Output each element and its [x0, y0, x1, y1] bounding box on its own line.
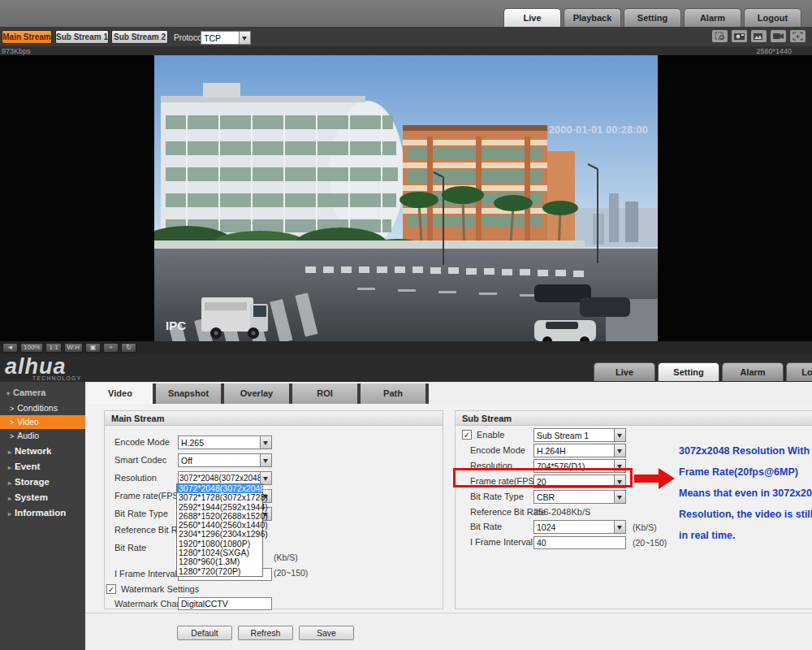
sub-bit-rate-unit: (Kb/S): [633, 522, 657, 532]
tab-path[interactable]: Path: [361, 384, 425, 404]
snapshot-icon[interactable]: [732, 30, 747, 42]
record-icon[interactable]: [771, 30, 786, 42]
chevron-down-icon: [260, 454, 271, 466]
sub-reference-bit-rate-value: 256-2048Kb/S: [533, 505, 590, 519]
bit-rate-type-label: Bit Rate Type: [114, 507, 168, 521]
refresh-button[interactable]: Refresh: [238, 626, 293, 640]
chevron-right-icon: >: [10, 418, 14, 427]
sidebar-information-label: Information: [15, 508, 66, 518]
bit-rate-label: Bit Rate: [114, 541, 146, 555]
logo-tagline: TECHNOLOGY: [32, 375, 82, 381]
nav-tab-setting[interactable]: Setting: [658, 362, 719, 381]
resolution-label: Resolution: [114, 471, 157, 485]
video-settings-panel: Main Stream Encode Mode H.265 Smart Code…: [85, 404, 812, 613]
sub-stream1-button[interactable]: Sub Stream 1: [55, 30, 109, 44]
camera-web-ui: Live Playback Setting Alarm Logout Main …: [0, 0, 812, 650]
default-button[interactable]: Default: [177, 626, 232, 640]
live-function-icons: [712, 30, 806, 42]
main-stream-group: Main Stream Encode Mode H.265 Smart Code…: [104, 410, 443, 609]
watermark-checkbox[interactable]: ✓: [106, 584, 116, 594]
chevron-collapsed-icon: ▸: [8, 464, 11, 471]
sidebar-system-label: System: [15, 492, 48, 502]
digital-zoom-icon[interactable]: [712, 30, 728, 42]
refresh-view-icon[interactable]: ↻: [121, 343, 136, 353]
easy-focus-icon[interactable]: [790, 30, 806, 42]
resolution-option[interactable]: 1280*720(720P): [177, 567, 262, 576]
sidebar-storage-label: Storage: [15, 477, 50, 487]
sub-stream-header: Sub Stream: [456, 411, 812, 426]
tab-overlay[interactable]: Overlay: [224, 384, 289, 404]
protocol-value: TCP: [201, 33, 239, 43]
protocol-select[interactable]: TCP: [201, 31, 251, 45]
sidebar-item-information[interactable]: ▸Information: [0, 505, 85, 520]
sidebar: ▾Camera >Conditions >Video >Audio ▸Netwo…: [0, 382, 85, 650]
tab-alarm[interactable]: Alarm: [684, 8, 741, 27]
frame-rate-label: Frame rate(FPS): [114, 489, 182, 503]
watermark-character-input[interactable]: [178, 597, 272, 610]
resolution-value: 3072*2048(3072x2048): [179, 474, 260, 483]
sub-i-frame-interval-input[interactable]: [533, 536, 626, 549]
zoom-100-button[interactable]: 100%: [20, 343, 43, 353]
resolution-dropdown-list: 3072*2048(3072x2048) 3072*1728(3072x1728…: [176, 483, 263, 577]
watermark-settings-label: Watermark Settings: [121, 583, 199, 596]
original-size-button[interactable]: 1:1: [45, 343, 61, 353]
sub-stream2-button[interactable]: Sub Stream 2: [111, 30, 168, 44]
sub-encode-mode-value: H.264H: [534, 446, 614, 456]
main-stream-button[interactable]: Main Stream: [2, 30, 52, 44]
sidebar-item-conditions[interactable]: >Conditions: [0, 401, 85, 415]
tab-video-settings[interactable]: Video: [88, 384, 153, 404]
stream-bar: Main Stream Sub Stream 1 Sub Stream 2 Pr…: [0, 27, 812, 46]
sub-stream-value: Sub Stream 1: [534, 431, 614, 440]
zoom-in-icon[interactable]: +: [103, 343, 119, 353]
tab-setting[interactable]: Setting: [624, 8, 681, 27]
annotation-line5: in real time.: [679, 525, 812, 546]
main-stream-header: Main Stream: [105, 411, 443, 426]
chevron-down-icon: [614, 444, 625, 457]
sidebar-item-audio[interactable]: >Audio: [0, 429, 85, 443]
tab-playback[interactable]: Playback: [564, 8, 621, 27]
resolution-option[interactable]: 3072*1728(3072x1728): [177, 493, 262, 502]
sidebar-item-storage[interactable]: ▸Storage: [0, 474, 85, 489]
osd-timestamp: 2000-01-01 00:28:00: [549, 124, 648, 136]
sidebar-item-system[interactable]: ▸System: [0, 490, 85, 505]
sidebar-item-camera[interactable]: ▾Camera: [0, 382, 85, 401]
enable-checkbox[interactable]: ✓: [462, 430, 472, 440]
aspect-ratio-button[interactable]: W:H: [64, 343, 83, 353]
nav-tab-live[interactable]: Live: [594, 362, 655, 381]
logo-bar: alhua TECHNOLOGY Live Setting Alarm Logo…: [0, 354, 812, 382]
chevron-collapsed-icon: ▸: [8, 495, 11, 502]
nav-tab-alarm[interactable]: Alarm: [722, 362, 784, 381]
sidebar-item-event[interactable]: ▸Event: [0, 459, 85, 474]
bit-rate-unit: (Kb/S): [274, 552, 298, 562]
i-frame-interval-range: (20~150): [274, 568, 308, 578]
tab-logout[interactable]: Logout: [744, 8, 801, 27]
nav-tab-logout[interactable]: Logout: [786, 362, 812, 381]
tab-snapshot[interactable]: Snapshot: [156, 384, 221, 404]
content-tab-strip: Video Snapshot Overlay ROI Path: [88, 384, 429, 404]
stats-bar: 973Kbps 2560*1440: [0, 46, 812, 55]
sub-encode-mode-select[interactable]: H.264H: [533, 444, 626, 457]
resolution-option[interactable]: 1280*960(1.3M): [177, 557, 262, 566]
sub-bit-rate-type-label: Bit Rate Type: [470, 490, 524, 504]
triple-snapshot-icon[interactable]: [751, 30, 767, 42]
smart-codec-select[interactable]: Off: [178, 453, 272, 467]
fluency-button[interactable]: ▣: [85, 343, 101, 353]
encode-mode-select[interactable]: H.265: [178, 436, 272, 449]
sub-stream-select[interactable]: Sub Stream 1: [533, 428, 626, 442]
chevron-down-icon: [614, 521, 625, 533]
chevron-down-icon: [260, 472, 271, 484]
save-button[interactable]: Save: [299, 626, 354, 640]
chevron-collapsed-icon: ▸: [8, 448, 11, 456]
tab-live[interactable]: Live: [503, 8, 561, 27]
sidebar-camera-label: Camera: [13, 388, 45, 397]
sidebar-event-label: Event: [15, 462, 40, 471]
sub-bit-rate-select[interactable]: 1024: [533, 520, 626, 534]
sub-bit-rate-type-select[interactable]: CBR: [533, 490, 626, 504]
chevron-collapsed-icon: ▸: [8, 479, 11, 487]
sidebar-item-video[interactable]: >Video: [0, 415, 85, 429]
encode-mode-label: Encode Mode: [114, 436, 170, 449]
sidebar-item-network[interactable]: ▸Network: [0, 444, 85, 458]
tab-roi[interactable]: ROI: [292, 384, 357, 404]
image-adjust-icon[interactable]: ◄: [2, 343, 18, 353]
chevron-down-icon: [614, 429, 625, 441]
